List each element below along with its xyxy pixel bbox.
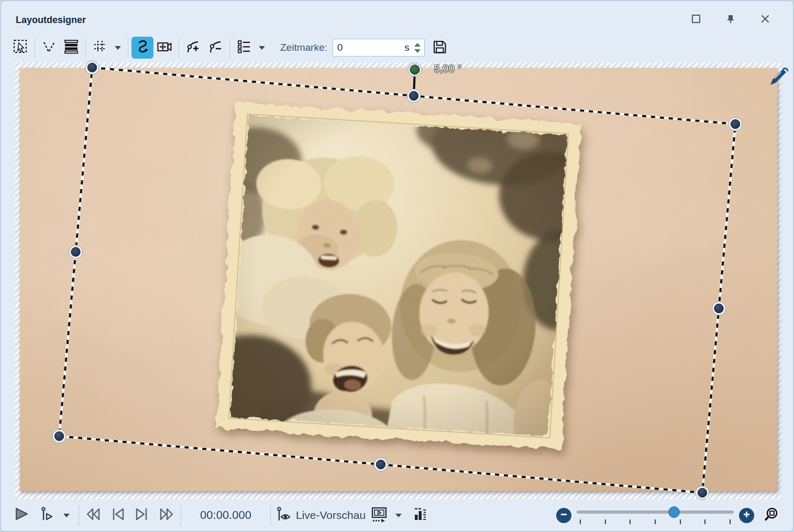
preview-options-dropdown[interactable] — [392, 504, 405, 526]
windowed-preview-button[interactable] — [371, 504, 388, 526]
curve-tool-button[interactable] — [131, 37, 153, 59]
remove-keyframe-button[interactable] — [204, 37, 226, 59]
handle-top-left[interactable] — [85, 61, 99, 74]
titlebar: Layoutdesigner — [1, 1, 793, 32]
close-button[interactable] — [756, 13, 774, 27]
keyframe-list-dropdown[interactable] — [255, 37, 269, 59]
zoom-fit-button[interactable] — [765, 504, 779, 526]
live-preview-icon — [276, 506, 292, 524]
zoom-in-icon — [743, 511, 751, 520]
handle-mid-right[interactable] — [712, 302, 726, 315]
zoom-slider-ticks — [580, 519, 731, 524]
zoom-slider-track[interactable] — [577, 511, 734, 514]
maximize-button[interactable] — [687, 13, 705, 27]
play-from-marker-button[interactable] — [40, 504, 56, 526]
zoom-slider[interactable] — [577, 506, 734, 524]
grid-icon — [92, 39, 108, 57]
zeitmarke-spinner — [413, 43, 424, 53]
zeitmarke-field: s — [333, 39, 425, 57]
zeitmarke-unit: s — [403, 42, 413, 53]
zoom-in-button[interactable] — [739, 508, 754, 523]
select-tool-icon — [13, 39, 28, 57]
rotation-handle[interactable] — [408, 63, 422, 76]
prev-frame-button[interactable] — [109, 504, 126, 526]
chevron-down-icon — [63, 511, 70, 520]
play-from-marker-icon — [40, 506, 56, 524]
motion-path-button[interactable] — [38, 37, 60, 59]
curve-tool-icon — [134, 38, 151, 57]
play-button[interactable] — [14, 504, 29, 526]
rotation-angle-label: 5,00 ° — [434, 63, 462, 74]
save-icon — [432, 39, 448, 57]
spinner-up-button[interactable] — [414, 43, 421, 47]
remove-keyframe-icon — [207, 39, 223, 57]
zeitmarke-label: Zeitmarke: — [280, 42, 327, 53]
photo-image — [212, 98, 586, 454]
skip-back-icon — [84, 506, 102, 524]
canvas-workarea[interactable]: 5,00 ° — [15, 63, 781, 499]
pin-button[interactable] — [722, 13, 740, 27]
toolbar-separator — [85, 37, 86, 58]
zoom-out-icon — [560, 511, 568, 520]
skip-forward-button[interactable] — [158, 504, 175, 526]
skip-back-button[interactable] — [84, 504, 102, 526]
zoom-fit-icon — [765, 507, 779, 524]
playback-bar: 00:00.000 Live-Vorschau — [1, 499, 793, 531]
render-stats-button[interactable] — [413, 504, 428, 526]
add-keyframe-button[interactable] — [182, 37, 204, 59]
photo-object[interactable] — [212, 98, 586, 454]
maximize-icon — [691, 14, 701, 26]
camera-pan-icon — [157, 39, 172, 57]
bottombar-separator — [79, 505, 79, 526]
zeitmarke-input[interactable] — [333, 42, 404, 53]
handle-bottom-mid[interactable] — [374, 458, 388, 471]
play-options-dropdown[interactable] — [60, 504, 73, 526]
toolbar: Zeitmarke: s — [1, 32, 793, 63]
handle-bottom-right[interactable] — [696, 486, 709, 500]
select-tool-button[interactable] — [9, 37, 31, 59]
keyframe-list-icon — [236, 39, 252, 57]
motion-path-icon — [41, 39, 57, 57]
prev-frame-icon — [109, 506, 126, 524]
bottombar-separator — [270, 505, 271, 526]
add-keyframe-icon — [185, 39, 201, 57]
live-preview-toggle[interactable] — [276, 504, 292, 526]
next-frame-icon — [134, 506, 150, 524]
grid-button[interactable] — [89, 37, 111, 59]
toolbar-separator — [229, 37, 230, 58]
chevron-down-icon — [258, 43, 266, 52]
layers-button[interactable] — [60, 37, 82, 59]
camera-pan-button[interactable] — [153, 37, 175, 59]
play-icon — [14, 506, 29, 524]
zoom-slider-thumb[interactable] — [668, 506, 680, 518]
chevron-down-icon — [114, 43, 122, 52]
toolbar-separator — [179, 37, 179, 58]
layers-icon — [63, 39, 79, 57]
handle-bottom-left[interactable] — [52, 429, 66, 443]
render-stats-icon — [413, 506, 428, 524]
pin-icon — [726, 14, 735, 26]
playback-timestamp: 00:00.000 — [186, 508, 265, 522]
toolbar-separator — [128, 37, 128, 58]
windowed-preview-icon — [371, 506, 388, 525]
handle-top-right[interactable] — [729, 117, 742, 131]
save-keyframe-button[interactable] — [429, 37, 451, 59]
bottombar-separator — [181, 505, 181, 526]
handle-top-mid[interactable] — [407, 89, 421, 103]
window-controls — [687, 13, 774, 27]
toolbar-separator — [35, 37, 35, 58]
zoom-out-button[interactable] — [556, 508, 571, 523]
layoutdesigner-window: Layoutdesigner — [0, 0, 794, 532]
handle-mid-left[interactable] — [69, 245, 83, 259]
close-icon — [760, 14, 770, 26]
grid-dropdown[interactable] — [111, 37, 125, 59]
spinner-down-button[interactable] — [414, 49, 421, 53]
skip-forward-icon — [158, 506, 175, 524]
next-frame-button[interactable] — [134, 504, 150, 526]
live-preview-label: Live-Vorschau — [296, 509, 366, 522]
zoom-controls — [556, 504, 779, 526]
keyframe-list-button[interactable] — [233, 37, 255, 59]
chevron-down-icon — [395, 511, 402, 520]
window-title: Layoutdesigner — [16, 15, 86, 26]
